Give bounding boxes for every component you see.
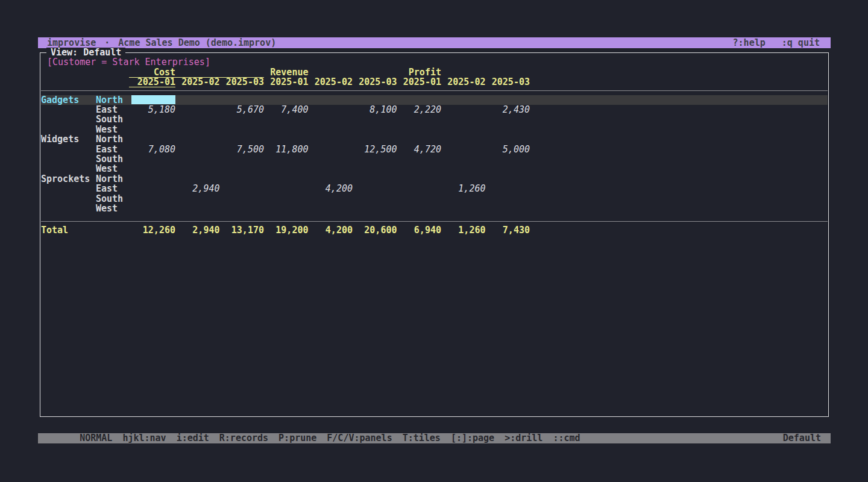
status-hint: ::cmd	[553, 433, 580, 443]
table-cell[interactable]: 5,180	[131, 105, 176, 114]
total-cell: 7,430	[486, 225, 530, 235]
measure-group-header[interactable]: Cost	[131, 67, 176, 77]
measure-group-header[interactable]: Profit	[397, 67, 442, 77]
total-cell: 19,200	[264, 225, 309, 235]
month-column-header[interactable]: 2025-03	[353, 77, 397, 87]
table-cell[interactable]: 7,080	[131, 145, 176, 154]
table-cell[interactable]: 4,720	[397, 145, 442, 154]
table-cell[interactable]: 2,220	[397, 105, 442, 114]
table-cell[interactable]: 2,430	[486, 105, 530, 114]
total-cell: 2,940	[175, 225, 220, 235]
total-row-label: Total	[41, 225, 68, 235]
month-column-header[interactable]: 2025-02	[309, 77, 353, 87]
header-separator	[41, 90, 828, 91]
region-row-label: North	[96, 134, 123, 144]
product-row-label: Widgets	[41, 134, 79, 144]
keybinding-hints: hjkl:navi:editR:recordsP:pruneF/C/V:pane…	[122, 433, 590, 443]
table-cell[interactable]: 5,670	[220, 105, 265, 114]
region-row-label: East	[96, 105, 118, 114]
region-row-label: East	[96, 145, 118, 154]
region-row-label: South	[96, 114, 123, 124]
statusbar-left: NORMALhjkl:navi:editR:recordsP:pruneF/C/…	[38, 423, 591, 454]
view-panel: View: Default [Customer = Stark Enterpri…	[40, 52, 829, 417]
table-cell[interactable]: 5,000	[486, 145, 530, 154]
total-cell: 1,260	[441, 225, 486, 235]
region-row-label: South	[96, 154, 123, 164]
statusbar-view-name: Default	[783, 433, 831, 443]
status-bar: NORMALhjkl:navi:editR:recordsP:pruneF/C/…	[38, 433, 831, 443]
status-hint: i:edit	[177, 433, 209, 443]
month-column-header[interactable]: 2025-01	[397, 77, 442, 87]
table-cell[interactable]: 7,400	[264, 105, 309, 114]
table-cell[interactable]: 12,500	[353, 145, 397, 154]
cursor-cell	[131, 95, 176, 104]
region-row-label: West	[96, 164, 118, 174]
status-hint: R:records	[219, 433, 268, 443]
status-hint: hjkl:nav	[122, 433, 166, 443]
status-hint: T:tiles	[403, 433, 441, 443]
table-cell[interactable]: 2,940	[175, 184, 220, 193]
month-column-header[interactable]: 2025-02	[441, 77, 486, 87]
pivot-grid: CostRevenueProfit2025-012025-022025-0320…	[40, 53, 828, 416]
document-title: Acme Sales Demo (demo.improv)	[118, 37, 276, 48]
region-row-label: West	[96, 204, 118, 213]
titlebar: improvise·Acme Sales Demo (demo.improv) …	[38, 37, 831, 48]
titlebar-right: ?:help :q quit	[733, 37, 831, 48]
month-column-header[interactable]: 2025-03	[486, 77, 530, 87]
status-hint: [:]:page	[451, 433, 494, 443]
total-cell: 13,170	[220, 225, 265, 235]
status-hint: P:prune	[278, 433, 316, 443]
region-row-label: North	[96, 95, 123, 105]
month-column-header[interactable]: 2025-01	[131, 77, 176, 87]
quit-hint: :q quit	[782, 37, 820, 48]
month-column-header[interactable]: 2025-01	[264, 77, 309, 87]
region-row-label: North	[96, 174, 123, 184]
region-row-label: West	[96, 125, 118, 134]
total-cell: 20,600	[353, 225, 397, 235]
region-row-label: East	[96, 184, 118, 193]
table-cell[interactable]: 8,100	[353, 105, 397, 114]
region-row-label: South	[96, 194, 123, 204]
total-cell: 4,200	[309, 225, 353, 235]
total-cell: 12,260	[131, 225, 176, 235]
measure-group-header[interactable]: Revenue	[264, 67, 309, 77]
month-column-header[interactable]: 2025-02	[175, 77, 220, 87]
product-row-label: Sprockets	[41, 174, 90, 184]
mode-indicator: NORMAL	[80, 433, 112, 443]
table-cell[interactable]: 4,200	[309, 184, 353, 193]
help-hint: ?:help	[733, 37, 766, 48]
table-cell[interactable]: 1,260	[441, 184, 486, 193]
product-row-label: Gadgets	[41, 95, 79, 105]
app-root: improvise·Acme Sales Demo (demo.improv) …	[0, 0, 868, 482]
table-cell[interactable]: 11,800	[264, 145, 309, 154]
selected-column-underline	[129, 87, 175, 87]
total-cell: 6,940	[397, 225, 442, 235]
status-hint: >:drill	[505, 433, 542, 443]
table-cell[interactable]: 7,500	[220, 145, 265, 154]
status-hint: F/C/V:panels	[327, 433, 392, 443]
total-separator	[41, 221, 828, 222]
month-column-header[interactable]: 2025-03	[220, 77, 265, 87]
